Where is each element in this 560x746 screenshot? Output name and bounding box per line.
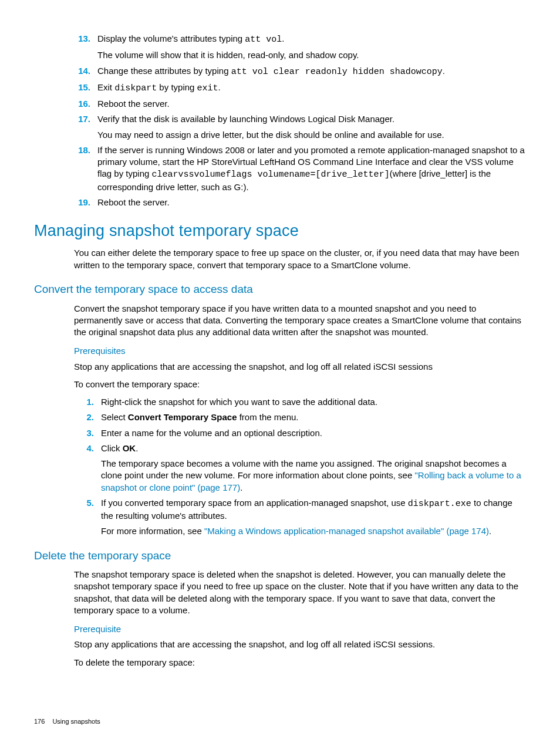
page-footer: 176 Using snapshots xyxy=(34,717,100,726)
para-delete: The snapshot temporary space is deleted … xyxy=(74,569,526,616)
list-item: 15.Exit diskpart by typing exit. xyxy=(74,82,526,94)
list-number: 14. xyxy=(74,65,97,78)
list-item: 5.If you converted temporary space from … xyxy=(74,497,526,538)
list-item: 1.Right-click the snapshot for which you… xyxy=(74,396,526,408)
list-text: Reboot the server. xyxy=(97,197,526,208)
list-text: Change these attributes by typing att vo… xyxy=(97,65,526,78)
ordered-list-2: 1.Right-click the snapshot for which you… xyxy=(34,396,526,538)
para-managing: You can either delete the temporary spac… xyxy=(74,247,526,271)
list-text: Display the volume's attributes typing a… xyxy=(97,33,526,62)
list-number: 5. xyxy=(74,497,101,538)
list-item: 16.Reboot the server. xyxy=(74,98,526,110)
para-todelete: To delete the temporary space: xyxy=(74,657,526,669)
list-item: 3.Enter a name for the volume and an opt… xyxy=(74,427,526,439)
ordered-list-1: 13.Display the volume's attributes typin… xyxy=(34,33,526,208)
list-text: Reboot the server. xyxy=(97,98,526,110)
list-number: 17. xyxy=(74,113,97,141)
list-item: 4.Click OK.The temporary space becomes a… xyxy=(74,443,526,494)
list-number: 16. xyxy=(74,98,97,110)
list-text: Enter a name for the volume and an optio… xyxy=(101,427,526,439)
list-text: Exit diskpart by typing exit. xyxy=(97,82,526,94)
page-number: 176 xyxy=(34,718,45,725)
list-number: 3. xyxy=(74,427,101,439)
list-item: 2.Select Convert Temporary Space from th… xyxy=(74,411,526,423)
list-item: 17.Verify that the disk is available by … xyxy=(74,113,526,141)
para-convert: Convert the snapshot temporary space if … xyxy=(74,303,526,339)
list-item: 19.Reboot the server. xyxy=(74,197,526,208)
heading-prerequisites-1: Prerequisites xyxy=(74,345,526,357)
list-number: 1. xyxy=(74,396,101,408)
cross-reference-link[interactable]: "Making a Windows application-managed sn… xyxy=(204,526,489,536)
list-number: 15. xyxy=(74,82,97,94)
list-text: If the server is running Windows 2008 or… xyxy=(97,144,526,193)
heading-prerequisite-2: Prerequisite xyxy=(74,623,526,635)
list-number: 2. xyxy=(74,411,101,423)
heading-managing: Managing snapshot temporary space xyxy=(34,220,526,241)
page: 13.Display the volume's attributes typin… xyxy=(0,0,560,746)
list-item: 14.Change these attributes by typing att… xyxy=(74,65,526,78)
list-number: 4. xyxy=(74,443,101,494)
list-item: 18.If the server is running Windows 2008… xyxy=(74,144,526,193)
heading-delete: Delete the temporary space xyxy=(34,548,526,563)
para-toconvert: To convert the temporary space: xyxy=(74,379,526,390)
list-number: 18. xyxy=(74,144,97,193)
footer-chapter: Using snapshots xyxy=(52,718,100,725)
list-text: Verify that the disk is available by lau… xyxy=(97,113,526,141)
para-prereq2: Stop any applications that are accessing… xyxy=(74,639,526,650)
heading-convert: Convert the temporary space to access da… xyxy=(34,282,526,297)
para-prereq1: Stop any applications that are accessing… xyxy=(74,361,526,373)
list-text: Click OK.The temporary space becomes a v… xyxy=(101,443,526,494)
list-text: Select Convert Temporary Space from the … xyxy=(101,411,526,423)
list-item: 13.Display the volume's attributes typin… xyxy=(74,33,526,62)
list-number: 19. xyxy=(74,197,97,208)
list-text: Right-click the snapshot for which you w… xyxy=(101,396,526,408)
list-number: 13. xyxy=(74,33,97,62)
list-text: If you converted temporary space from an… xyxy=(101,497,526,538)
